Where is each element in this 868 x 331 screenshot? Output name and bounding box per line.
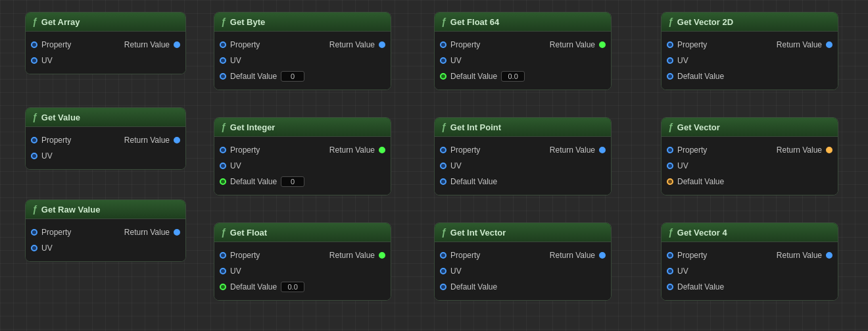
pin-blue[interactable]	[440, 57, 446, 64]
node-row: PropertyReturn Value	[435, 247, 611, 263]
blueprint-canvas: ƒGet ArrayPropertyReturn ValueUVƒGet Val…	[0, 0, 868, 331]
node-header-get-vector: ƒGet Vector	[662, 118, 838, 137]
pin-blue-filled[interactable]	[826, 41, 832, 48]
pin-label: Return Value	[777, 251, 822, 260]
pin-blue[interactable]	[667, 147, 673, 153]
pin-green[interactable]	[220, 284, 226, 290]
pin-blue[interactable]	[220, 41, 226, 48]
pin-blue[interactable]	[31, 57, 37, 64]
pin-green-filled[interactable]	[379, 147, 385, 153]
node-get-float: ƒGet FloatPropertyReturn ValueUVDefault …	[214, 222, 391, 301]
default-value-input[interactable]	[281, 282, 304, 292]
pin-label: Property	[450, 251, 480, 260]
pin-green-filled[interactable]	[599, 41, 606, 48]
pin-label: Return Value	[550, 40, 595, 49]
pin-blue[interactable]	[667, 57, 673, 64]
node-row: UV	[214, 263, 391, 279]
node-row-right: Return Value	[124, 228, 180, 237]
node-row-left: Property	[440, 40, 480, 49]
node-get-vector-4: ƒGet Vector 4PropertyReturn ValueUVDefau…	[661, 222, 838, 301]
node-row-left: UV	[440, 56, 462, 65]
node-row-left: UV	[667, 267, 688, 276]
node-row: UV	[26, 148, 185, 164]
node-row-left: UV	[440, 161, 462, 170]
node-body-get-vector: PropertyReturn ValueUVDefault Value	[662, 137, 838, 195]
pin-blue[interactable]	[440, 163, 446, 169]
pin-green-filled[interactable]	[379, 252, 385, 259]
node-row-left: Property	[440, 145, 480, 155]
node-row-right: Return Value	[777, 145, 832, 155]
node-title: Get Float	[230, 228, 267, 238]
pin-blue[interactable]	[220, 57, 226, 64]
function-icon: ƒ	[32, 204, 37, 215]
pin-blue-filled[interactable]	[826, 252, 832, 259]
pin-blue[interactable]	[667, 284, 673, 290]
pin-blue[interactable]	[220, 163, 226, 169]
pin-blue-filled[interactable]	[174, 229, 180, 236]
pin-blue[interactable]	[440, 284, 446, 290]
pin-yellow-filled[interactable]	[826, 147, 832, 153]
pin-blue-filled[interactable]	[379, 41, 385, 48]
node-row-left: Property	[31, 40, 71, 49]
pin-blue[interactable]	[31, 229, 37, 236]
pin-blue[interactable]	[440, 178, 446, 185]
node-row-right: Return Value	[550, 145, 606, 155]
pin-blue[interactable]	[31, 137, 37, 143]
pin-label: Property	[41, 136, 71, 145]
pin-blue[interactable]	[440, 41, 446, 48]
node-title: Get Vector 2D	[677, 17, 733, 27]
node-header-get-integer: ƒGet Integer	[214, 118, 391, 137]
pin-blue[interactable]	[667, 73, 673, 80]
node-row-right: Return Value	[550, 251, 606, 260]
node-title: Get Array	[41, 17, 80, 27]
node-title: Get Raw Value	[41, 205, 101, 215]
pin-blue-filled[interactable]	[599, 252, 606, 259]
node-header-get-raw-value: ƒGet Raw Value	[26, 200, 185, 219]
pin-green[interactable]	[220, 178, 226, 185]
pin-blue[interactable]	[440, 252, 446, 259]
node-header-get-float-64: ƒGet Float 64	[435, 13, 611, 32]
pin-blue-filled[interactable]	[599, 147, 606, 153]
default-value-input[interactable]	[501, 71, 525, 82]
pin-blue[interactable]	[220, 73, 226, 80]
pin-blue[interactable]	[440, 268, 446, 274]
pin-blue-filled[interactable]	[174, 41, 180, 48]
node-body-get-int-point: PropertyReturn ValueUVDefault Value	[435, 137, 611, 195]
node-row: PropertyReturn Value	[26, 224, 185, 240]
pin-blue[interactable]	[440, 147, 446, 153]
node-row: UV	[662, 53, 838, 68]
default-value-input[interactable]	[281, 71, 304, 82]
pin-label: Property	[677, 40, 707, 49]
pin-blue[interactable]	[31, 41, 37, 48]
pin-green[interactable]	[440, 73, 446, 80]
node-row-left: Property	[220, 251, 260, 260]
pin-yellow[interactable]	[667, 178, 673, 185]
node-row: Default Value	[435, 279, 611, 295]
pin-blue[interactable]	[667, 268, 673, 274]
pin-blue[interactable]	[220, 252, 226, 259]
default-value-input[interactable]	[281, 176, 304, 187]
node-row: PropertyReturn Value	[435, 37, 611, 53]
pin-blue[interactable]	[31, 153, 37, 159]
node-row-right: Return Value	[124, 136, 180, 145]
pin-blue[interactable]	[667, 252, 673, 259]
pin-label: Return Value	[124, 228, 170, 237]
function-icon: ƒ	[668, 16, 673, 27]
node-row: PropertyReturn Value	[435, 142, 611, 158]
node-header-get-float: ƒGet Float	[214, 223, 391, 242]
pin-blue[interactable]	[667, 41, 673, 48]
pin-blue[interactable]	[31, 245, 37, 251]
node-body-get-int-vector: PropertyReturn ValueUVDefault Value	[435, 242, 611, 300]
node-row: UV	[435, 263, 611, 279]
node-row-left: UV	[667, 56, 688, 65]
function-icon: ƒ	[221, 227, 226, 238]
pin-blue-filled[interactable]	[174, 137, 180, 143]
pin-blue[interactable]	[220, 268, 226, 274]
node-get-raw-value: ƒGet Raw ValuePropertyReturn ValueUV	[25, 199, 186, 262]
pin-blue[interactable]	[667, 163, 673, 169]
node-header-get-byte: ƒGet Byte	[214, 13, 391, 32]
pin-blue[interactable]	[220, 147, 226, 153]
node-title: Get Int Vector	[450, 228, 506, 238]
pin-label: UV	[450, 56, 462, 65]
node-get-integer: ƒGet IntegerPropertyReturn ValueUVDefaul…	[214, 117, 391, 195]
